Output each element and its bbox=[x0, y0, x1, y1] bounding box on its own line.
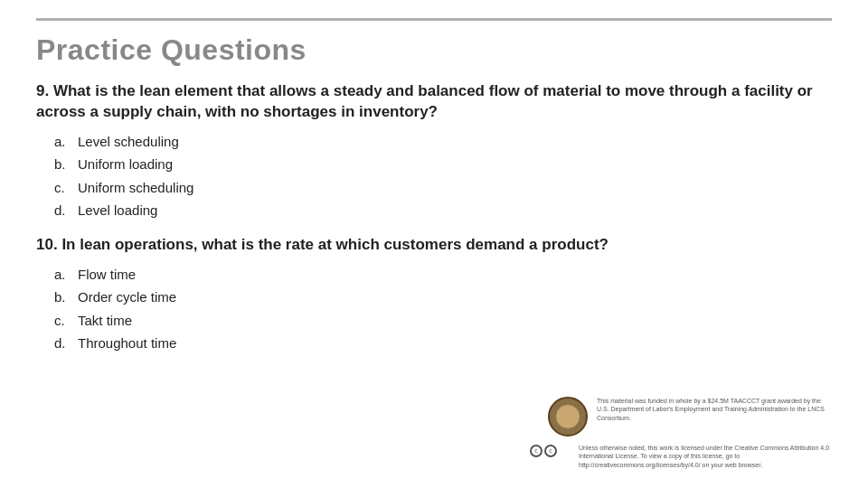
list-item: a. Flow time bbox=[54, 263, 832, 286]
list-item: a. Level scheduling bbox=[54, 130, 832, 154]
top-divider bbox=[36, 18, 832, 21]
list-item: b. Order cycle time bbox=[54, 286, 832, 309]
creative-commons-icon: c c bbox=[530, 444, 570, 458]
dol-badge-icon bbox=[548, 397, 588, 436]
cc-license-text: Unless otherwise noted, this work is lic… bbox=[579, 444, 832, 470]
footer-area: This material was funded in whole by a $… bbox=[524, 397, 832, 470]
list-item: d. Throughout time bbox=[54, 332, 832, 355]
list-item: c. Uniform scheduling bbox=[54, 176, 832, 200]
badge-text: This material was funded in whole by a $… bbox=[597, 397, 832, 423]
question-9-block: 9. What is the lean element that allows … bbox=[36, 81, 832, 222]
list-item: d. Level loading bbox=[54, 199, 832, 222]
badge-row: This material was funded in whole by a $… bbox=[548, 397, 832, 436]
cc-circle-2: c bbox=[544, 445, 557, 457]
cc-circle-1: c bbox=[530, 445, 542, 457]
question-10-answers: a. Flow time b. Order cycle time c. Takt… bbox=[36, 263, 832, 355]
page-container: Practice Questions 9. What is the lean e… bbox=[0, 0, 868, 488]
cc-row: c c Unless otherwise noted, this work is… bbox=[530, 444, 832, 470]
page-title: Practice Questions bbox=[36, 33, 832, 67]
question-9-answers: a. Level scheduling b. Uniform loading c… bbox=[36, 130, 832, 222]
list-item: c. Takt time bbox=[54, 309, 832, 333]
question-9-text: 9. What is the lean element that allows … bbox=[36, 81, 832, 123]
question-10-block: 10. In lean operations, what is the rate… bbox=[36, 235, 832, 355]
list-item: b. Uniform loading bbox=[54, 153, 832, 176]
badge-inner bbox=[555, 404, 580, 429]
question-10-text: 10. In lean operations, what is the rate… bbox=[36, 235, 832, 256]
